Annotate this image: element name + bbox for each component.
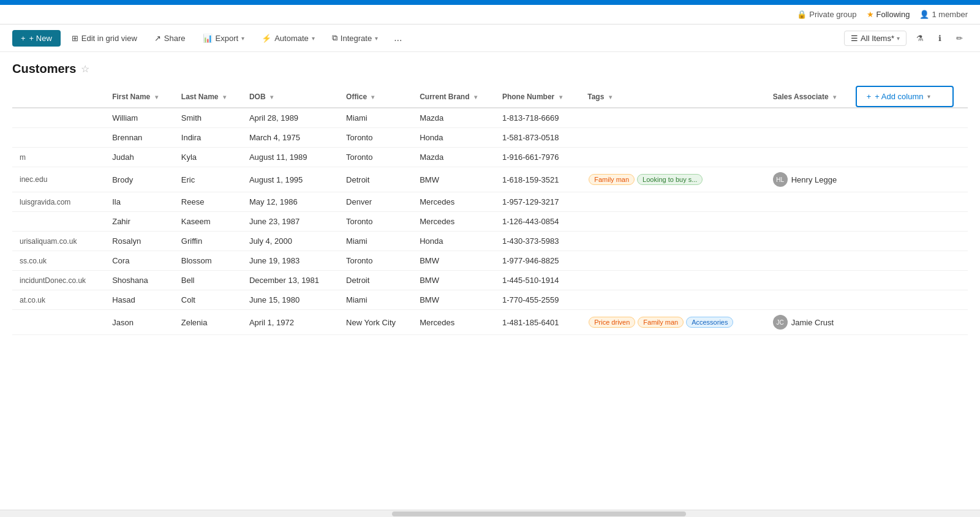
cell-current-brand: BMW (412, 271, 495, 290)
cell-office: Toronto (339, 251, 412, 271)
col-first-name[interactable]: First Name ▾ (105, 86, 174, 108)
cell-sales-associate (766, 128, 856, 148)
cell-office: Miami (339, 232, 412, 251)
filter-icon2[interactable]: ⚗ (911, 31, 929, 45)
cell-office: Toronto (339, 212, 412, 232)
table-row[interactable]: Zahir Kaseem June 23, 1987 Toronto Merce… (12, 212, 968, 232)
plus-icon: + (21, 34, 26, 43)
cell-sales-associate (766, 271, 856, 290)
cell-tags (580, 271, 765, 290)
info-icon[interactable]: ℹ (933, 31, 946, 45)
cell-sales-associate: JCJamie Crust (766, 310, 856, 335)
col-dob[interactable]: DOB ▾ (242, 86, 339, 108)
share-button[interactable]: ↗ Share (148, 31, 192, 46)
automate-button[interactable]: ⚡ Automate ▾ (255, 31, 321, 46)
chevron-down-icon3: ▾ (375, 35, 378, 42)
more-button[interactable]: ... (389, 29, 407, 47)
cell-sales-associate (766, 290, 856, 310)
cell-tags (580, 212, 765, 232)
col-tags[interactable]: Tags ▾ (580, 86, 765, 108)
cell-first-name: Judah (105, 148, 174, 167)
cell-current-brand: Honda (412, 128, 495, 148)
cell-tags (580, 148, 765, 167)
col-current-brand[interactable]: Current Brand ▾ (412, 86, 495, 108)
ellipsis-icon: ... (394, 32, 402, 43)
header-area: 🔒 Private group ★ Following 👤 1 member (0, 5, 980, 25)
cell-sales-associate (766, 232, 856, 251)
share-label: Share (164, 34, 186, 43)
edit-label: Edit in grid view (81, 34, 137, 43)
integrate-label: Integrate (341, 34, 372, 43)
chevron-down-icon4: ▾ (897, 35, 900, 42)
export-label: Export (216, 34, 239, 43)
add-column-button[interactable]: + + Add column ▾ (856, 86, 954, 107)
following-button[interactable]: ★ Following (867, 10, 910, 19)
integrate-button[interactable]: ⧉ Integrate ▾ (326, 30, 384, 46)
chevron-down-icon: ▾ (241, 35, 244, 42)
table-row[interactable]: inciduntDonec.co.uk Shoshana Bell Decemb… (12, 271, 968, 290)
cell-add-col (856, 128, 968, 148)
toolbar: + + New ⊞ Edit in grid view ↗ Share 📊 Ex… (0, 25, 980, 52)
col-office[interactable]: Office ▾ (339, 86, 412, 108)
table-row[interactable]: inec.edu Brody Eric August 1, 1995 Detro… (12, 167, 968, 192)
cell-office: Toronto (339, 148, 412, 167)
table-row[interactable]: Jason Zelenia April 1, 1972 New York Cit… (12, 310, 968, 335)
cell-last-name: Eric (174, 167, 242, 192)
cell-sales-associate (766, 108, 856, 128)
table-row[interactable]: luisgravida.com Ila Reese May 12, 1986 D… (12, 192, 968, 212)
page-content: Customers ☆ First Name ▾ Last Name ▾ DOB… (0, 52, 980, 335)
export-button[interactable]: 📊 Export ▾ (197, 31, 251, 46)
cell-tags (580, 108, 765, 128)
table-container: First Name ▾ Last Name ▾ DOB ▾ Office ▾ … (12, 86, 968, 335)
edit-grid-view-button[interactable]: ⊞ Edit in grid view (66, 31, 143, 46)
tag: Family man (638, 317, 684, 328)
cell-first-name: Shoshana (105, 271, 174, 290)
col-sales-associate[interactable]: Sales Associate ▾ (766, 86, 856, 108)
table-row[interactable]: urisaliquam.co.uk Rosalyn Griffin July 4… (12, 232, 968, 251)
automate-label: Automate (274, 34, 309, 43)
cell-dob: April 28, 1989 (242, 108, 339, 128)
title-star-icon[interactable]: ☆ (81, 63, 89, 75)
edit-icon[interactable]: ✏ (951, 31, 968, 45)
col-email[interactable] (12, 86, 105, 108)
cell-sales-associate (766, 148, 856, 167)
cell-sales-associate (766, 192, 856, 212)
table-row[interactable]: ss.co.uk Cora Blossom June 19, 1983 Toro… (12, 251, 968, 271)
plus-icon2: + (867, 92, 872, 101)
page-title: Customers (12, 62, 76, 76)
cell-first-name: Jason (105, 310, 174, 335)
cell-dob: June 23, 1987 (242, 212, 339, 232)
cell-email (12, 108, 105, 128)
star-icon: ★ (867, 10, 874, 19)
cell-add-col (856, 212, 968, 232)
table-row[interactable]: m Judah Kyla August 11, 1989 Toronto Maz… (12, 148, 968, 167)
cell-current-brand: Mazda (412, 148, 495, 167)
cell-phone-number: 1-916-661-7976 (495, 148, 580, 167)
cell-current-brand: BMW (412, 251, 495, 271)
cell-office: New York City (339, 310, 412, 335)
col-add[interactable]: + + Add column ▾ (856, 86, 968, 108)
cell-add-col (856, 232, 968, 251)
avatar: JC (773, 315, 788, 330)
cell-current-brand: Mercedes (412, 212, 495, 232)
cell-add-col (856, 251, 968, 271)
top-bar (0, 0, 980, 5)
tag: Looking to buy s... (637, 174, 703, 185)
table-row[interactable]: William Smith April 28, 1989 Miami Mazda… (12, 108, 968, 128)
table-row[interactable]: at.co.uk Hasad Colt June 15, 1980 Miami … (12, 290, 968, 310)
avatar: HL (773, 172, 788, 187)
cell-last-name: Colt (174, 290, 242, 310)
cell-phone-number: 1-813-718-6669 (495, 108, 580, 128)
cell-first-name: Hasad (105, 290, 174, 310)
col-last-name[interactable]: Last Name ▾ (174, 86, 242, 108)
tag: Family man (589, 174, 635, 185)
cell-tags: Family manLooking to buy s... (580, 167, 765, 192)
table-row[interactable]: Brennan Indira March 4, 1975 Toronto Hon… (12, 128, 968, 148)
cell-email: m (12, 148, 105, 167)
cell-add-col (856, 310, 968, 335)
all-items-dropdown[interactable]: ☰ All Items* ▾ (844, 31, 907, 46)
col-phone-number[interactable]: Phone Number ▾ (495, 86, 580, 108)
automate-icon: ⚡ (262, 34, 271, 43)
cell-first-name: Cora (105, 251, 174, 271)
new-button[interactable]: + + New (12, 30, 61, 47)
